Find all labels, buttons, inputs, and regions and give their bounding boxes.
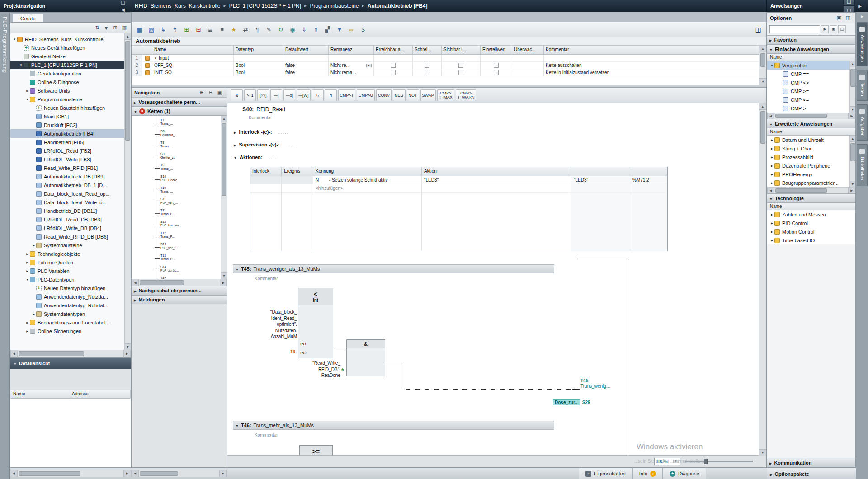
scroll-thumb[interactable] xyxy=(775,114,827,118)
tree-caret-icon[interactable] xyxy=(25,321,30,324)
tree-item[interactable]: LRfidIOL_Read_DB [DB3] xyxy=(10,215,131,224)
tree-item[interactable]: Automatikbetrieb_DB [DB9] xyxy=(10,172,131,181)
datatype-cell[interactable]: Bool xyxy=(234,69,283,76)
column-header[interactable]: Erreichbar a... xyxy=(374,46,413,55)
instruction-item[interactable]: Dezentrale Peripherie xyxy=(767,161,855,170)
instruction-item[interactable]: Baugruppenparametrier... xyxy=(767,178,855,187)
tree-item[interactable]: Automatikbetrieb_DB_1 [D... xyxy=(10,181,131,189)
scroll-right-icon[interactable]: ▶ xyxy=(123,350,131,357)
assign-button[interactable]: —| xyxy=(270,89,282,101)
scroll-left-icon[interactable]: ◀ xyxy=(767,188,774,193)
view-mode-icon[interactable]: ▣ xyxy=(830,25,837,33)
dropdown-icon[interactable]: ▼ xyxy=(366,64,372,67)
tree-item[interactable]: Read_Write_RFID [FB1] xyxy=(10,164,131,172)
scroll-thumb[interactable] xyxy=(760,111,765,144)
tree-item[interactable]: Main [OB1] xyxy=(10,112,131,121)
tree-item[interactable]: Neues Gerät hinzufügen xyxy=(10,43,131,52)
checkbox[interactable] xyxy=(425,63,429,68)
collapse-icon[interactable] xyxy=(769,196,773,201)
tree-item[interactable]: Handbetrieb [FB5] xyxy=(10,138,131,146)
tree-item[interactable]: Neuen Baustein hinzufügen xyxy=(10,103,131,112)
download-icon[interactable]: ▼ xyxy=(334,24,345,35)
expand-icon[interactable] xyxy=(770,471,772,477)
scroll-left-icon[interactable]: ◀ xyxy=(132,279,139,286)
collapse-icon[interactable] xyxy=(236,266,239,272)
accessible-cell[interactable] xyxy=(374,55,413,62)
statusbar-scrollbar[interactable]: ◀ ▶ xyxy=(131,470,227,477)
scroll-right-icon[interactable]: ▶ xyxy=(220,279,227,286)
insert-network-icon[interactable]: ▦ xyxy=(134,24,145,35)
breadcrumb-item[interactable]: PLC_1 [CPU 1512SP F-1 PN] xyxy=(229,3,301,9)
instruction-item[interactable]: CMP <= xyxy=(767,95,855,104)
writable-cell[interactable] xyxy=(413,69,442,76)
tree-item[interactable]: Beobachtungs- und Forcetabel... xyxy=(10,318,131,327)
list-horizontal-scrollbar[interactable]: ◀ ▶ xyxy=(767,187,855,193)
setpoint-cell[interactable] xyxy=(481,55,512,62)
compile-icon[interactable]: ▞ xyxy=(322,24,333,35)
section-meldungen[interactable]: Meldungen xyxy=(132,295,227,304)
comment-cell[interactable]: Kette ausschalten xyxy=(544,62,766,69)
datatype-cell[interactable]: Bool xyxy=(234,62,283,69)
collapse-all-networks-icon[interactable]: ≡ xyxy=(217,24,227,35)
scroll-thumb[interactable] xyxy=(19,471,80,476)
not-button[interactable]: NOT xyxy=(407,89,419,101)
chain-node[interactable]: T7Trans_... xyxy=(132,117,227,129)
tree-item[interactable]: Online-Sicherungen xyxy=(10,327,131,335)
target-step-id[interactable]: S29 xyxy=(582,400,590,405)
zoom-out-icon[interactable]: ⊖ xyxy=(206,89,215,97)
tree-item[interactable]: Read_Write_RFID_DB [DB6] xyxy=(10,232,131,241)
instruction-item[interactable]: Zählen und Messen xyxy=(767,210,855,219)
scroll-thumb[interactable] xyxy=(850,143,855,161)
named-values-icon[interactable]: $ xyxy=(358,24,368,35)
interface-table-row[interactable]: 1 ▼Input xyxy=(132,55,766,62)
chain-node[interactable]: S11PuP_vert_... xyxy=(132,197,227,208)
caret-icon[interactable] xyxy=(769,181,774,184)
column-header[interactable]: Name xyxy=(152,46,234,55)
open-branch-icon[interactable]: ↳ xyxy=(158,24,169,35)
slider-thumb[interactable] xyxy=(704,459,708,464)
column-header[interactable]: Kommentar xyxy=(544,46,766,55)
scroll-right-icon[interactable]: ▶ xyxy=(123,470,131,477)
column-view-icon[interactable]: ▥ xyxy=(120,24,129,32)
statusbar-scrollbar[interactable]: ◀ ▶ xyxy=(10,470,131,477)
column-header[interactable]: Remanenz xyxy=(329,46,374,55)
caret-icon[interactable] xyxy=(769,64,774,67)
tree-item[interactable]: LRfidIOL_Write_DB [DB4] xyxy=(10,224,131,232)
scroll-thumb[interactable] xyxy=(140,471,178,476)
scroll-up-icon[interactable]: ▲ xyxy=(125,33,131,40)
scroll-left-icon[interactable]: ◀ xyxy=(10,350,18,357)
expand-all-icon[interactable]: ⊞ xyxy=(111,24,120,32)
caret-icon[interactable] xyxy=(769,239,774,242)
writable-cell[interactable] xyxy=(413,62,442,69)
instruction-item[interactable]: Vergleicher xyxy=(767,61,855,70)
expand-icon[interactable] xyxy=(134,297,136,302)
breadcrumb-item[interactable]: Automatikbetrieb [FB4] xyxy=(368,3,428,9)
copy-snapshot-icon[interactable]: ⇑ xyxy=(311,24,321,35)
tree-caret-icon[interactable] xyxy=(12,38,17,41)
setpoint-cell[interactable] xyxy=(481,69,512,76)
constant-operand[interactable]: 13 xyxy=(276,349,295,354)
sort-icon[interactable]: ⇅ xyxy=(93,24,102,32)
scroll-down-icon[interactable]: ▼ xyxy=(850,106,855,113)
or-box-button[interactable]: >=1 xyxy=(244,89,256,101)
neg-button[interactable]: NEG xyxy=(393,89,406,101)
caret-icon[interactable] xyxy=(769,155,774,159)
name-cell[interactable]: OFF_SQ xyxy=(152,62,234,69)
datatype-cell[interactable] xyxy=(234,55,283,62)
window-icon[interactable]: ▣ xyxy=(835,14,844,22)
scroll-right-icon[interactable]: ▶ xyxy=(848,113,855,119)
caret-icon[interactable] xyxy=(769,213,774,216)
retain-cell[interactable]: Nicht rema... xyxy=(329,69,374,76)
section-post-instructions[interactable]: Nachgeschaltete perman... xyxy=(132,286,227,295)
insert-empty-box-icon[interactable]: ▧ xyxy=(146,24,157,35)
actions-table[interactable]: Interlock Ereignis Kennung Aktion N- Set… xyxy=(250,167,668,251)
section-optionspakete[interactable]: Optionspakete xyxy=(767,468,856,479)
section-kommunikation[interactable]: Kommunikation xyxy=(767,458,855,467)
tree-item[interactable]: PLC-Variablen xyxy=(10,267,131,275)
tree-item[interactable]: Geräte & Netze xyxy=(10,52,131,61)
section-erweiterte-anweisungen[interactable]: Erweiterte Anweisungen xyxy=(767,119,855,128)
scroll-thumb[interactable] xyxy=(850,69,855,87)
section-technologie[interactable]: Technologie xyxy=(767,193,855,203)
favorites-toggle-icon[interactable]: ★ xyxy=(228,24,239,35)
writable-cell[interactable] xyxy=(413,55,442,62)
